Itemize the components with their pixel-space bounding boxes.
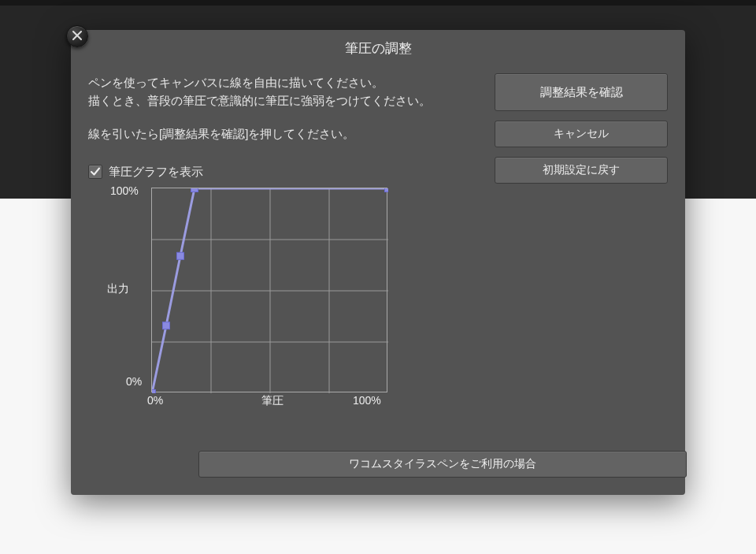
curve-handle[interactable] (177, 252, 184, 259)
app-backdrop-top (0, 0, 756, 6)
x-axis-min: 0% (147, 394, 163, 407)
x-axis-max: 100% (353, 394, 381, 407)
close-button[interactable] (66, 25, 88, 47)
cancel-button[interactable]: キャンセル (495, 121, 668, 147)
graph-svg (152, 188, 388, 393)
instruction-line-2: 描くとき、普段の筆圧で意識的に筆圧に強弱をつけてください。 (88, 91, 477, 110)
curve-handle[interactable] (163, 322, 170, 329)
pen-pressure-dialog: 筆圧の調整 ペンを使ってキャンバスに線を自由に描いてください。 描くとき、普段の… (71, 30, 685, 495)
x-axis-label: 筆圧 (261, 394, 284, 408)
curve-handle[interactable] (191, 188, 198, 192)
close-icon (72, 29, 82, 43)
curve-handle[interactable] (152, 389, 156, 393)
instruction-line-3: 線を引いたら[調整結果を確認]を押してください。 (88, 125, 477, 143)
left-panel: ペンを使ってキャンバスに線を自由に描いてください。 描くとき、普段の筆圧で意識的… (88, 73, 477, 184)
instruction-line-1: ペンを使ってキャンバスに線を自由に描いてください。 (88, 73, 477, 91)
check-icon (91, 165, 100, 179)
wacom-stylus-button[interactable]: ワコムスタイラスペンをご利用の場合 (198, 451, 687, 478)
curve-handle[interactable] (385, 188, 389, 192)
show-graph-checkbox[interactable]: 筆圧グラフを表示 (88, 165, 477, 180)
checkbox-label: 筆圧グラフを表示 (109, 165, 203, 180)
y-axis-max: 100% (110, 184, 139, 197)
y-axis-min: 0% (126, 375, 142, 388)
graph-plot-area[interactable] (151, 188, 387, 392)
checkbox-box (88, 165, 102, 179)
right-panel: 調整結果を確認 キャンセル 初期設定に戻す (495, 73, 668, 184)
reset-button[interactable]: 初期設定に戻す (495, 157, 668, 184)
y-axis-label: 出力 (107, 282, 129, 296)
dialog-title: 筆圧の調整 (71, 30, 685, 65)
confirm-button[interactable]: 調整結果を確認 (495, 73, 668, 111)
